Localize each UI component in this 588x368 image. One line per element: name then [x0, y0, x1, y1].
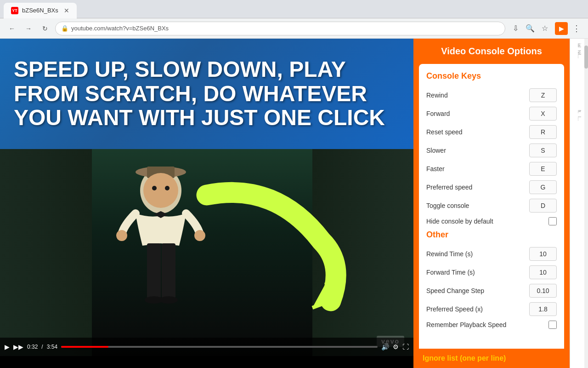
reset-speed-label: Reset speed	[426, 128, 529, 136]
preferred-speed-key-input[interactable]	[529, 180, 557, 194]
console-keys-title: Console Keys	[426, 71, 557, 81]
options-header: Video Console Options	[413, 39, 570, 64]
arrow-graphic	[184, 172, 368, 333]
ext-icon-symbol: ▶	[559, 25, 564, 32]
key-row-preferred-speed-x: Preferred Speed (x)	[426, 302, 557, 316]
rewind-time-input[interactable]	[529, 247, 557, 261]
progress-fill	[61, 346, 108, 348]
back-button[interactable]: ←	[6, 22, 18, 35]
bookmark-icon[interactable]: ☆	[538, 22, 551, 35]
tab-close-icon[interactable]: ✕	[64, 7, 69, 14]
remember-playback-label: Remember Playback Speed	[426, 321, 548, 328]
settings-button[interactable]: ⚙	[393, 343, 399, 351]
hide-console-label: Hide console by default	[426, 218, 548, 225]
svg-point-7	[116, 230, 127, 241]
key-row-remember-playback: Remember Playback Speed	[426, 321, 557, 329]
key-row-speed-change-step: Speed Change Step	[426, 284, 557, 298]
download-icon[interactable]: ⇩	[509, 22, 522, 35]
key-row-rewind: Rewind	[426, 88, 557, 102]
toggle-console-input[interactable]	[529, 199, 557, 213]
skip-button[interactable]: ▶▶	[13, 343, 23, 351]
menu-icon[interactable]: ⋮	[570, 22, 582, 35]
secure-icon: 🔒	[61, 25, 68, 32]
speed-change-step-input[interactable]	[529, 284, 557, 298]
fullscreen-button[interactable]: ⛶	[402, 343, 409, 351]
right-panel: Video Console Options Console Keys Rewin…	[413, 39, 588, 368]
video-banner: SPEED UP, SLOW DOWN, PLAY FROM SCRATCH, …	[0, 39, 413, 149]
faster-input[interactable]	[529, 162, 557, 176]
speed-change-step-label: Speed Change Step	[426, 287, 529, 294]
svg-rect-4	[162, 243, 175, 299]
progress-bar[interactable]	[61, 346, 378, 348]
chrome-tab-bar: YT bZSe6N_BXs ✕	[0, 0, 588, 18]
svg-rect-3	[147, 243, 161, 299]
forward-button[interactable]: →	[22, 22, 35, 35]
hide-console-checkbox[interactable]	[548, 217, 557, 225]
forward-label: Forward	[426, 110, 529, 117]
sidebar-text-4: l...	[577, 116, 582, 121]
address-bar[interactable]: 🔒 youtube.com/watch?v=bZSe6N_BXs	[55, 22, 505, 35]
forward-input[interactable]	[529, 107, 557, 121]
options-title: Video Console Options	[423, 46, 560, 57]
key-row-forward: Forward	[426, 107, 557, 121]
forward-time-input[interactable]	[529, 265, 557, 279]
sidebar-text-1: ial	[577, 43, 582, 47]
scrollbar-track[interactable]	[584, 39, 588, 368]
key-row-slower: Slower	[426, 144, 557, 157]
time-sep: /	[41, 344, 43, 350]
main-content: SPEED UP, SLOW DOWN, PLAY FROM SCRATCH, …	[0, 39, 588, 368]
ignore-title: Ignore list (one per line)	[423, 354, 560, 362]
sidebar-text-2: Nil...	[577, 50, 582, 58]
toggle-console-label: Toggle console	[426, 202, 529, 209]
key-row-faster: Faster	[426, 162, 557, 176]
sidebar-text-3: ft.	[577, 110, 582, 114]
preferred-speed-x-label: Preferred Speed (x)	[426, 305, 529, 313]
svg-point-11	[165, 186, 170, 190]
forward-time-label: Forward Time (s)	[426, 269, 529, 276]
rewind-input[interactable]	[529, 88, 557, 102]
refresh-button[interactable]: ↻	[39, 22, 51, 35]
key-row-reset: Reset speed	[426, 125, 557, 139]
banner-text: SPEED UP, SLOW DOWN, PLAY FROM SCRATCH, …	[14, 58, 400, 130]
tab-title: bZSe6N_BXs	[22, 7, 58, 14]
browser-toolbar: ← → ↻ 🔒 youtube.com/watch?v=bZSe6N_BXs ⇩…	[0, 18, 588, 39]
tab-favicon: YT	[11, 7, 18, 14]
other-title: Other	[426, 230, 557, 240]
svg-point-9	[143, 173, 178, 208]
wall-left	[0, 149, 92, 356]
browser-tab[interactable]: YT bZSe6N_BXs ✕	[4, 3, 77, 18]
key-row-forward-time: Forward Time (s)	[426, 265, 557, 279]
zoom-icon[interactable]: 🔍	[524, 22, 537, 35]
preferred-speed-key-label: Preferred speed	[426, 184, 529, 191]
reset-speed-input[interactable]	[529, 125, 557, 139]
play-button[interactable]: ▶	[5, 343, 10, 351]
preferred-speed-x-input[interactable]	[529, 302, 557, 316]
key-row-preferred-speed: Preferred speed	[426, 180, 557, 194]
key-row-rewind-time: Rewind Time (s)	[426, 247, 557, 261]
faster-label: Faster	[426, 165, 529, 172]
toolbar-icons: ⇩ 🔍 ☆ ▶ ⋮	[509, 22, 582, 35]
volume-button[interactable]: 🔊	[381, 343, 389, 351]
video-section: SPEED UP, SLOW DOWN, PLAY FROM SCRATCH, …	[0, 39, 413, 368]
extension-icon[interactable]: ▶	[555, 22, 568, 35]
key-row-hide-console: Hide console by default	[426, 217, 557, 225]
ignore-section: Ignore list (one per line)	[413, 349, 570, 368]
options-panel-wrapper: Video Console Options Console Keys Rewin…	[413, 39, 570, 368]
tab-favicon-text: YT	[12, 8, 17, 13]
svg-point-10	[152, 186, 157, 190]
total-time: 3:54	[47, 344, 57, 350]
options-body: Console Keys Rewind Forward Reset speed	[419, 64, 564, 349]
svg-point-6	[159, 296, 178, 304]
slower-label: Slower	[426, 147, 529, 154]
address-text: youtube.com/watch?v=bZSe6N_BXs	[71, 25, 169, 32]
rewind-label: Rewind	[426, 92, 529, 99]
rewind-time-label: Rewind Time (s)	[426, 250, 529, 258]
video-player[interactable]: vevo ▶ ▶▶ 0:32 / 3:54 🔊 ⚙ ⛶	[0, 149, 413, 356]
current-time: 0:32	[27, 344, 38, 350]
scrollbar-thumb[interactable]	[584, 46, 588, 69]
video-controls[interactable]: ▶ ▶▶ 0:32 / 3:54 🔊 ⚙ ⛶	[0, 338, 413, 356]
options-panel[interactable]: Video Console Options Console Keys Rewin…	[413, 39, 570, 368]
key-row-toggle-console: Toggle console	[426, 199, 557, 213]
remember-playback-checkbox[interactable]	[548, 321, 557, 329]
slower-input[interactable]	[529, 144, 557, 157]
